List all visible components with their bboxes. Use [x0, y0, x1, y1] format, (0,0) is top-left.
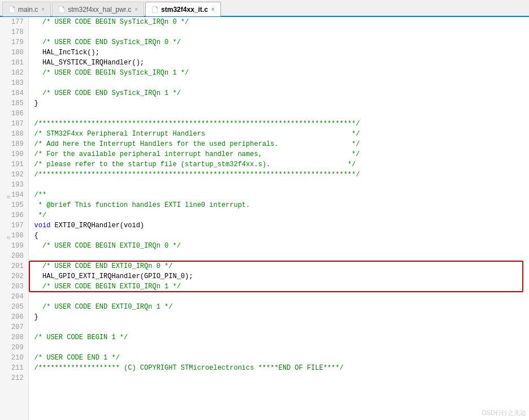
- svg-marker-5: [156, 6, 158, 8]
- line-number: 186: [5, 109, 24, 119]
- code-line: /***************************************…: [34, 119, 523, 129]
- code-line: /* please refer to the startup file (sta…: [34, 159, 523, 170]
- code-line: [34, 343, 523, 353]
- line-number: 202: [5, 271, 24, 282]
- line-number: 183: [5, 78, 24, 88]
- code-line: {: [34, 231, 523, 241]
- tab-close-button[interactable]: ×: [135, 6, 138, 12]
- code-line: /* USER CODE END EXTI0_IRQn 1 */: [34, 302, 523, 312]
- code-line: [34, 373, 523, 383]
- line-number: ⊟198: [5, 231, 24, 241]
- code-line: void EXTI0_IRQHandler(void): [34, 220, 523, 231]
- tab-label: stm32f4xx_hal_pwr.c: [68, 6, 131, 14]
- fold-icon[interactable]: ⊟: [5, 233, 10, 239]
- line-number: 201: [5, 261, 24, 271]
- line-number: 193: [5, 180, 24, 190]
- code-line: HAL_SYSTICK_IRQHandler();: [34, 58, 523, 68]
- line-number: 205: [5, 302, 24, 312]
- line-number: 189: [5, 139, 24, 149]
- code-line: [34, 322, 523, 332]
- code-line: /* USER CODE END SysTick_IRQn 0 */: [34, 37, 523, 47]
- tab-close-button[interactable]: ×: [41, 6, 45, 12]
- line-number: 207: [5, 322, 24, 332]
- code-line: [34, 78, 523, 88]
- line-number: 197: [5, 220, 24, 231]
- tab-hal-pwr-c[interactable]: stm32f4xx_hal_pwr.c×: [52, 2, 144, 16]
- tab-bar: main.c× stm32f4xx_hal_pwr.c× stm32f4xx_i…: [0, 0, 529, 17]
- line-number: 185: [5, 98, 24, 109]
- tab-close-button[interactable]: ×: [211, 6, 215, 12]
- code-line: /* USER CODE BEGIN 1 */: [34, 332, 523, 343]
- line-number: 196: [5, 210, 24, 220]
- line-number: 210: [5, 353, 24, 363]
- code-line: /* USER CODE END 1 */: [34, 353, 523, 363]
- code-line: [34, 180, 523, 190]
- file-icon: [8, 6, 15, 13]
- code-line: /* Add here the Interrupt Handlers for t…: [34, 139, 523, 149]
- svg-marker-3: [63, 6, 64, 8]
- tab-label: stm32f4xx_it.c: [161, 6, 208, 14]
- line-number: 184: [5, 88, 24, 98]
- line-number: 195: [5, 200, 24, 210]
- code-line: /***************************************…: [34, 170, 523, 180]
- line-number: 180: [5, 47, 24, 58]
- tab-main-c[interactable]: main.c×: [2, 2, 51, 16]
- code-line: /* USER CODE BEGIN EXTI0_IRQn 1 */: [34, 282, 523, 292]
- code-line: * @brief This function handles EXTI line…: [34, 200, 523, 210]
- code-area: 1771781791801811821831841851861871881891…: [0, 17, 529, 420]
- line-number: 208: [5, 332, 24, 343]
- line-number: 200: [5, 251, 24, 261]
- line-number: 188: [5, 129, 24, 139]
- code-line: /* USER CODE END EXTI0_IRQn 0 */: [34, 261, 523, 271]
- code-line: }: [34, 98, 523, 109]
- line-number: 209: [5, 343, 24, 353]
- line-number: 179: [5, 37, 24, 47]
- code-content: /* USER CODE BEGIN SysTick_IRQn 0 */ /* …: [29, 17, 529, 420]
- code-line: /* USER CODE BEGIN SysTick_IRQn 0 */: [34, 17, 523, 27]
- line-number: 212: [5, 373, 24, 383]
- code-line: /**: [34, 190, 523, 200]
- file-icon: [58, 6, 65, 13]
- line-number: 190: [5, 149, 24, 159]
- line-number: 204: [5, 292, 24, 302]
- code-line: /* USER CODE BEGIN SysTick_IRQn 1 */: [34, 68, 523, 78]
- code-line: /* For the available peripheral interrup…: [34, 149, 523, 159]
- code-line: [34, 292, 523, 302]
- code-line: */: [34, 210, 523, 220]
- line-number: ⊟194: [5, 190, 24, 200]
- line-number: 192: [5, 170, 24, 180]
- code-line: [34, 109, 523, 119]
- line-number: 191: [5, 159, 24, 170]
- tab-label: main.c: [18, 6, 38, 14]
- code-line: /******************** (C) COPYRIGHT STMi…: [34, 363, 523, 373]
- line-number: 177: [5, 17, 24, 27]
- line-number: 182: [5, 68, 24, 78]
- line-number: 181: [5, 58, 24, 68]
- line-number: 206: [5, 312, 24, 322]
- line-number: 199: [5, 241, 24, 251]
- fold-icon[interactable]: ⊟: [5, 192, 10, 198]
- code-line: HAL_GPIO_EXTI_IRQHandler(GPIO_PIN_0);: [34, 271, 523, 282]
- line-number: 203: [5, 282, 24, 292]
- line-numbers: 1771781791801811821831841851861871881891…: [0, 17, 29, 420]
- code-line: }: [34, 312, 523, 322]
- code-line: [34, 251, 523, 261]
- line-number: 211: [5, 363, 24, 373]
- code-line: HAL_IncTick();: [34, 47, 523, 58]
- line-number: 178: [5, 27, 24, 37]
- file-icon: [151, 6, 158, 13]
- tab-it-c[interactable]: stm32f4xx_it.c×: [145, 2, 221, 16]
- code-line: /* USER CODE END SysTick_IRQn 1 */: [34, 88, 523, 98]
- code-line: [34, 27, 523, 37]
- watermark: OSD行行之无边: [482, 409, 526, 417]
- svg-marker-1: [13, 6, 15, 8]
- line-number: 187: [5, 119, 24, 129]
- code-line: /* USER CODE BEGIN EXTI0_IRQn 0 */: [34, 241, 523, 251]
- code-line: /* STM32F4xx Peripheral Interrupt Handle…: [34, 129, 523, 139]
